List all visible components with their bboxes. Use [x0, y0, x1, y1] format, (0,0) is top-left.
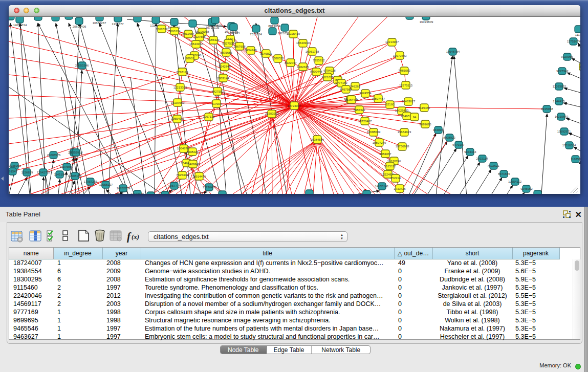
svg-text:12505135: 12505135: [68, 174, 82, 178]
svg-text:8215958: 8215958: [541, 107, 553, 111]
svg-text:7625402: 7625402: [176, 173, 188, 177]
svg-text:9327508: 9327508: [222, 42, 234, 45]
svg-text:12923446: 12923446: [130, 192, 144, 194]
svg-text:7986322: 7986322: [353, 108, 365, 112]
svg-text:3875685: 3875685: [220, 51, 232, 54]
svg-text:9115460: 9115460: [419, 106, 431, 110]
svg-text:25300203: 25300203: [265, 112, 279, 115]
svg-text:98901: 98901: [186, 57, 194, 60]
svg-text:16033809: 16033809: [420, 20, 433, 24]
svg-text:15409949: 15409949: [186, 163, 200, 166]
svg-text:10807487: 10807487: [372, 97, 385, 100]
svg-text:252214: 252214: [390, 177, 401, 180]
svg-text:2803144: 2803144: [217, 77, 229, 80]
svg-text:7357224: 7357224: [228, 31, 240, 34]
svg-text:1244415: 1244415: [553, 100, 565, 103]
svg-text:10463627: 10463627: [402, 100, 416, 103]
svg-text:1965493: 1965493: [171, 117, 183, 120]
svg-text:19654923: 19654923: [398, 130, 411, 134]
svg-text:10653267: 10653267: [93, 21, 106, 25]
svg-text:19975887: 19975887: [60, 165, 74, 168]
svg-text:16210643: 16210643: [555, 115, 569, 118]
svg-text:18640910: 18640910: [296, 41, 310, 45]
svg-text:14055724: 14055724: [13, 24, 27, 27]
svg-text:25364436: 25364436: [345, 98, 359, 101]
svg-text:1332677: 1332677: [112, 23, 124, 26]
svg-text:6479197: 6479197: [452, 143, 465, 146]
svg-text:8186323: 8186323: [207, 38, 220, 41]
svg-text:9777169: 9777169: [335, 81, 347, 84]
svg-text:9329966: 9329966: [561, 55, 573, 58]
svg-text:17359918: 17359918: [69, 151, 83, 154]
svg-text:20053346: 20053346: [75, 64, 89, 67]
svg-text:9327505: 9327505: [193, 35, 206, 38]
svg-text:8471676: 8471676: [498, 172, 510, 176]
svg-text:1588520: 1588520: [272, 57, 284, 60]
svg-text:417004: 417004: [211, 102, 222, 105]
svg-text:2867608: 2867608: [233, 45, 246, 48]
svg-text:7632621: 7632621: [487, 164, 499, 167]
svg-text:4498222: 4498222: [186, 150, 199, 154]
svg-text:116753: 116753: [571, 158, 580, 161]
svg-text:8660124: 8660124: [168, 30, 181, 33]
svg-text:16107553: 16107553: [171, 101, 185, 104]
svg-text:16033809: 16033809: [208, 24, 222, 27]
svg-text:12213967: 12213967: [385, 40, 399, 43]
svg-text:14136141: 14136141: [375, 185, 389, 188]
svg-text:10025433: 10025433: [395, 109, 409, 112]
svg-text:9084067: 9084067: [379, 152, 391, 156]
svg-text:9699695: 9699695: [419, 123, 431, 126]
svg-text:9245052: 9245052: [520, 187, 533, 190]
svg-text:8427552: 8427552: [211, 90, 224, 93]
svg-text:1621022: 1621022: [321, 76, 334, 79]
svg-text:1117: 1117: [575, 33, 580, 36]
svg-text:3267130: 3267130: [203, 115, 215, 118]
svg-text:f: f: [127, 230, 132, 243]
svg-text:1733426: 1733426: [394, 187, 406, 190]
svg-text:9457774: 9457774: [168, 184, 181, 187]
svg-text:16961758: 16961758: [306, 50, 319, 53]
svg-text:2718170: 2718170: [176, 71, 188, 74]
svg-text:12975115: 12975115: [399, 84, 413, 87]
svg-text:15692971: 15692971: [557, 130, 571, 133]
svg-text:15751074: 15751074: [567, 40, 580, 43]
svg-text:8990448: 8990448: [310, 70, 322, 73]
svg-text:15720407: 15720407: [358, 120, 372, 123]
svg-text:1615112: 1615112: [384, 165, 397, 168]
svg-text:17016504: 17016504: [562, 144, 576, 147]
svg-text:7955812: 7955812: [313, 59, 325, 62]
svg-text:1156829: 1156829: [21, 171, 34, 174]
svg-text:391547: 391547: [9, 170, 18, 173]
svg-text:8322037: 8322037: [285, 61, 297, 64]
svg-text:10958137: 10958137: [99, 183, 113, 186]
svg-text:1362615: 1362615: [297, 65, 309, 69]
svg-text:18724007: 18724007: [288, 104, 301, 107]
svg-text:20206576: 20206576: [47, 154, 61, 157]
svg-text:12093832: 12093832: [553, 85, 567, 88]
svg-text:19756928: 19756928: [396, 145, 409, 148]
svg-text:15226058: 15226058: [195, 30, 209, 33]
svg-text:18807249: 18807249: [373, 141, 386, 144]
svg-text:10688609: 10688609: [367, 130, 381, 134]
svg-text:8912954: 8912954: [182, 32, 194, 35]
svg-text:3935061: 3935061: [9, 164, 21, 167]
svg-text:6794028: 6794028: [323, 69, 336, 72]
svg-text:(x): (x): [132, 233, 139, 240]
svg-text:16543362: 16543362: [189, 42, 203, 46]
svg-text:12942757: 12942757: [37, 171, 51, 174]
svg-text:17957255: 17957255: [84, 180, 98, 183]
svg-text:16914479: 16914479: [192, 175, 206, 178]
svg-text:62160: 62160: [386, 103, 395, 106]
svg-text:12213309: 12213309: [173, 86, 187, 89]
svg-text:7515524: 7515524: [250, 33, 262, 36]
svg-text:19384554: 19384554: [311, 138, 324, 141]
svg-text:13325: 13325: [579, 65, 580, 69]
svg-text:164095: 164095: [433, 128, 444, 132]
svg-text:6497568: 6497568: [340, 88, 352, 91]
svg-text:10973493: 10973493: [393, 54, 407, 57]
svg-text:8454749: 8454749: [245, 49, 257, 52]
svg-text:11325419: 11325419: [287, 32, 300, 35]
svg-text:13716485: 13716485: [203, 186, 216, 189]
svg-text:1145194: 1145194: [54, 173, 67, 176]
svg-text:94: 94: [413, 116, 417, 119]
